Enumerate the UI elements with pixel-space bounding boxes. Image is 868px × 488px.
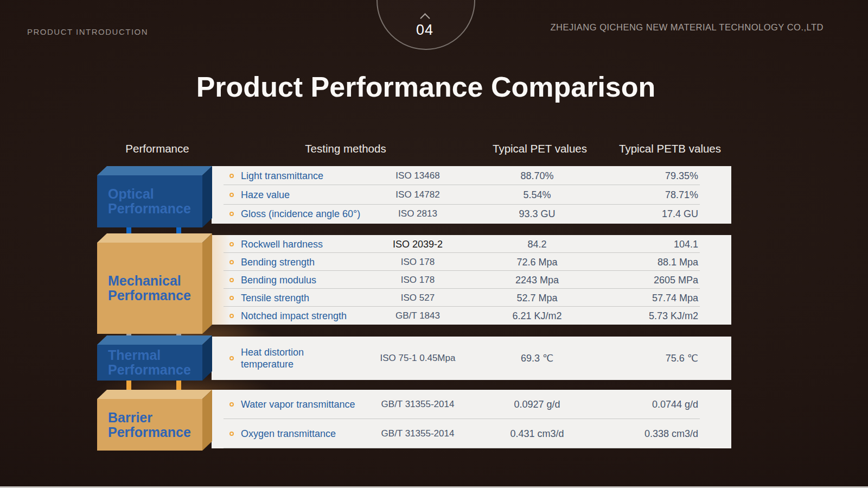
category-box-label: BarrierPerformance [108,399,199,451]
box-side-face [202,390,212,451]
box-top-face [97,233,212,243]
row-pet-value: 93.3 GU [477,208,597,220]
row-testing-method: GB/T 31355-2014 [347,399,488,410]
row-petb-value: 104.1 [597,238,698,250]
bullet-icon [229,278,234,282]
table-row: Water vapor transmittanceGB/T 31355-2014… [212,390,731,419]
box-top-face [97,390,212,399]
category-box-label-line: Performance [108,363,199,377]
category-box-label-line: Performance [108,288,199,303]
category-box-label-line: Performance [108,425,199,440]
row-testing-method: ISO 527 [347,293,488,303]
row-petb-value: 57.74 Mpa [597,292,698,303]
section-band-optical: Light transmittanceISO 1346888.70%79.35%… [212,166,731,224]
row-pet-value: 84.2 [477,238,597,250]
row-petb-value: 75.6 ℃ [597,352,698,364]
row-pet-value: 69.3 ℃ [477,352,597,364]
row-testing-method: ISO 14782 [347,189,488,200]
category-box-label-line: Mechanical [108,274,199,288]
category-box-label: OpticalPerformance [108,175,199,227]
bullet-icon [229,193,234,197]
row-petb-value: 79.35% [597,170,698,181]
row-pet-value: 52.7 Mpa [477,292,597,303]
bullet-icon [229,432,234,436]
row-testing-method: ISO 2039-2 [347,238,488,250]
box-side-face [202,233,212,334]
table-row: Oxygen transmittanceGB/T 31355-20140.431… [212,419,731,448]
column-header-pet-values: Typical PET values [480,142,599,155]
table-row: Tensile strengthISO 52752.7 Mpa57.74 Mpa [212,289,731,307]
column-header-performance: Performance [98,142,217,155]
bullet-icon [229,356,234,360]
page-number: 04 [398,22,452,39]
category-box-label-line: Optical [108,187,199,201]
category-box-label-line: Performance [108,201,199,216]
row-petb-value: 88.1 Mpa [597,256,698,268]
slide: PRODUCT INTRODUCTION 04 ZHEJIANG QICHENG… [0,0,868,488]
row-pet-value: 72.6 Mpa [477,256,597,268]
bullet-icon [229,402,234,407]
row-petb-value: 0.0744 g/d [597,399,698,410]
eyebrow-label: PRODUCT INTRODUCTION [27,27,148,36]
category-box-label: ThermalPerformance [108,345,199,381]
row-pet-value: 0.0927 g/d [477,399,597,410]
section-band-thermal: Heat distortion temperatureISO 75-1 0.45… [212,337,731,380]
table-row: Heat distortion temperatureISO 75-1 0.45… [212,337,731,380]
table-row: Light transmittanceISO 1346888.70%79.35% [212,166,731,185]
row-testing-method: ISO 13468 [347,170,488,181]
company-name: ZHEJIANG QICHENG NEW MATERIAL TECHNOLOGY… [551,22,824,33]
bullet-icon [229,242,234,246]
row-testing-method: ISO 75-1 0.45Mpa [347,353,488,364]
table-row: Notched impact strengthGB/T 18436.21 KJ/… [212,307,731,325]
box-top-face [97,335,212,345]
table-row: Gloss (incidence angle 60°)ISO 281393.3 … [212,205,731,224]
row-pet-value: 5.54% [477,189,597,200]
table-row: Bending strengthISO 17872.6 Mpa88.1 Mpa [212,253,731,271]
category-box-mechanical: MechanicalPerformance [97,233,212,334]
table-row: Rockwell hardnessISO 2039-284.2104.1 [212,235,731,253]
row-pet-value: 6.21 KJ/m2 [477,310,597,321]
column-header-petb-values: Typical PETB values [610,142,730,155]
bullet-icon [229,212,234,216]
category-box-thermal: ThermalPerformance [97,335,212,381]
row-petb-value: 78.71% [597,189,698,200]
row-petb-value: 0.338 cm3/d [597,428,698,440]
bullet-icon [229,314,234,318]
row-testing-method: ISO 2813 [347,208,488,219]
row-pet-value: 2243 Mpa [477,274,597,286]
bullet-icon [229,260,234,264]
section-band-barrier: Water vapor transmittanceGB/T 31355-2014… [212,390,731,448]
bullet-icon [229,296,234,300]
category-box-label: MechanicalPerformance [108,243,199,334]
row-petb-value: 17.4 GU [597,208,698,220]
box-side-face [202,166,212,227]
slide-title: Product Performance Comparison [0,71,852,103]
bullet-icon [229,174,234,178]
column-header-testing-methods: Testing methods [286,142,405,155]
row-testing-method: ISO 178 [347,257,488,268]
category-box-label-line: Thermal [108,348,199,363]
category-box-label-line: Barrier [108,410,199,425]
section-band-mechanical: Rockwell hardnessISO 2039-284.2104.1Bend… [212,235,731,325]
table-row: Bending modulusISO 1782243 Mpa2605 MPa [212,271,731,289]
row-petb-value: 5.73 KJ/m2 [597,310,698,321]
table-row: Haze valueISO 147825.54%78.71% [212,185,731,204]
category-box-barrier: BarrierPerformance [97,390,212,451]
row-pet-value: 88.70% [477,170,597,181]
row-testing-method: GB/T 1843 [347,310,488,321]
box-top-face [97,166,212,175]
row-testing-method: GB/T 31355-2014 [347,428,488,439]
row-testing-method: ISO 178 [347,275,488,286]
row-petb-value: 2605 MPa [597,274,698,286]
category-box-optical: OpticalPerformance [97,166,212,227]
row-pet-value: 0.431 cm3/d [477,428,597,440]
